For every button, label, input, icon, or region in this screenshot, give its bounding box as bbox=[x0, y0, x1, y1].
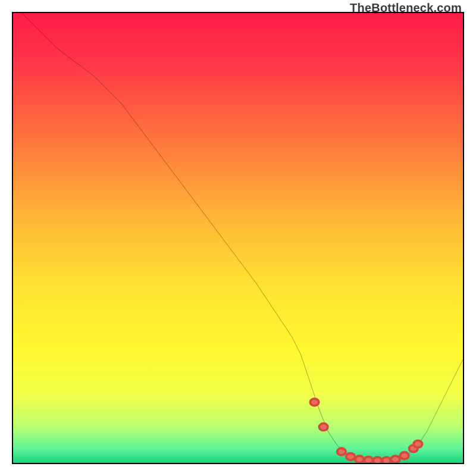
chart-container: TheBottleneck.com bbox=[0, 0, 476, 476]
highlight-marker bbox=[382, 457, 390, 463]
highlight-marker bbox=[400, 452, 409, 459]
highlight-marker bbox=[337, 448, 346, 455]
highlight-marker bbox=[355, 456, 364, 463]
curve-layer bbox=[13, 13, 463, 463]
highlight-marker bbox=[391, 456, 399, 463]
bottleneck-curve bbox=[22, 13, 463, 461]
highlight-marker bbox=[373, 457, 381, 463]
highlight-marker bbox=[414, 440, 422, 447]
plot-area bbox=[12, 12, 464, 464]
highlight-marker bbox=[319, 424, 327, 431]
marker-group bbox=[310, 399, 422, 463]
highlight-marker bbox=[364, 457, 372, 463]
highlight-marker bbox=[346, 453, 355, 461]
highlight-marker bbox=[310, 399, 318, 406]
